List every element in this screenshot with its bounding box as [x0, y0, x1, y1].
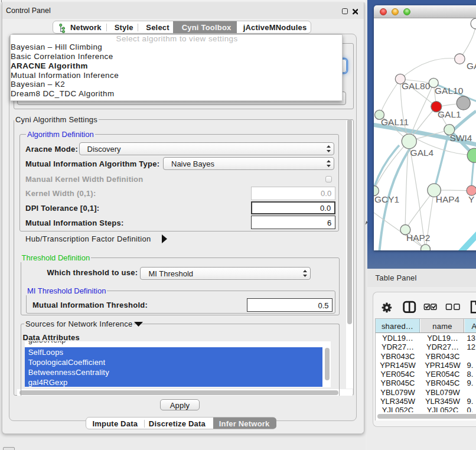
- svg-text:GCY1: GCY1: [374, 194, 399, 204]
- svg-text:SWI4: SWI4: [450, 133, 472, 143]
- svg-text:GAL4: GAL4: [410, 148, 434, 158]
- svg-text:HAP4: HAP4: [436, 194, 460, 204]
- svg-text:GAL10: GAL10: [435, 86, 464, 96]
- svg-text:GAL: GAL: [467, 61, 476, 71]
- svg-text:Y: Y: [468, 194, 474, 204]
- svg-text:HAP2: HAP2: [406, 233, 431, 243]
- svg-text:GAL1: GAL1: [438, 109, 461, 119]
- svg-text:GAL11: GAL11: [381, 117, 409, 127]
- svg-text:GAL80: GAL80: [402, 81, 431, 91]
